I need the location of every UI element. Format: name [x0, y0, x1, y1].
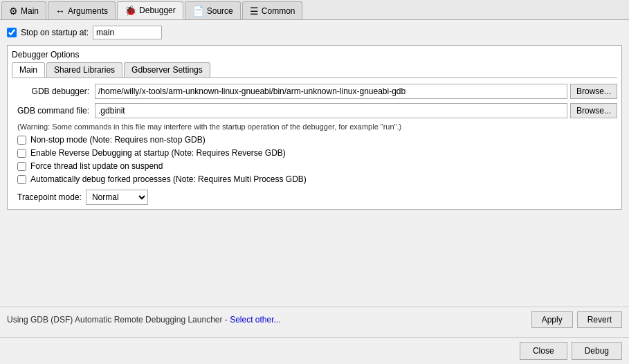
footer-bar: Close Debug — [0, 337, 629, 364]
bottom-bar: Using GDB (DSF) Automatic Remote Debuggi… — [0, 307, 629, 332]
stop-on-startup-input[interactable]: main — [93, 26, 162, 39]
auto-fork-checkbox[interactable] — [17, 175, 26, 184]
apply-button[interactable]: Apply — [531, 311, 573, 328]
stop-on-startup-row: Stop on startup at: main — [7, 26, 622, 39]
source-tab-icon: 📄 — [192, 6, 204, 17]
reverse-debug-checkbox[interactable] — [17, 149, 26, 158]
tab-arguments-label: Arguments — [68, 6, 108, 16]
auto-fork-row: Automatically debug forked processes (No… — [12, 174, 617, 184]
force-thread-row: Force thread list update on suspend — [12, 161, 617, 171]
main-content: Stop on startup at: main Debugger Option… — [0, 20, 629, 215]
main-tab-icon: ⚙ — [9, 6, 18, 17]
gdb-command-file-browse-button[interactable]: Browse... — [570, 103, 617, 118]
tracepoint-mode-label: Tracepoint mode: — [17, 192, 82, 202]
stop-on-startup-checkbox[interactable] — [7, 28, 17, 37]
nonstop-mode-label: Non-stop mode (Note: Requires non-stop G… — [30, 135, 206, 145]
gdb-command-file-label: GDB command file: — [12, 106, 95, 116]
nonstop-mode-row: Non-stop mode (Note: Requires non-stop G… — [12, 135, 617, 145]
debugger-options-group: Debugger Options Main Shared Libraries G… — [7, 45, 622, 210]
bottom-bar-description: Using GDB (DSF) Automatic Remote Debuggi… — [7, 315, 281, 325]
inner-tab-gdbserver-settings[interactable]: Gdbserver Settings — [124, 62, 210, 78]
debugger-tab-icon: 🐞 — [125, 5, 136, 16]
nonstop-mode-checkbox[interactable] — [17, 136, 26, 145]
inner-tab-main[interactable]: Main — [12, 62, 45, 78]
tab-main-label: Main — [21, 6, 39, 16]
tab-source[interactable]: 📄 Source — [185, 1, 241, 19]
tab-debugger-label: Debugger — [139, 6, 176, 15]
gdb-debugger-browse-button[interactable]: Browse... — [570, 84, 617, 99]
gdb-command-file-input[interactable]: .gdbinit — [95, 103, 567, 118]
force-thread-label: Force thread list update on suspend — [30, 161, 163, 171]
tab-main[interactable]: ⚙ Main — [1, 1, 46, 19]
reverse-debug-row: Enable Reverse Debugging at startup (Not… — [12, 148, 617, 158]
tab-common[interactable]: ☰ Common — [242, 1, 303, 19]
gdb-debugger-label: GDB debugger: — [12, 87, 95, 96]
inner-tab-main-label: Main — [19, 65, 37, 75]
close-button[interactable]: Close — [520, 342, 567, 360]
gdb-command-file-row: GDB command file: .gdbinit Browse... — [12, 103, 617, 118]
inner-tab-gdbserver-settings-label: Gdbserver Settings — [131, 65, 203, 75]
tab-debugger[interactable]: 🐞 Debugger — [117, 1, 183, 19]
select-other-link[interactable]: Select other... — [230, 315, 280, 325]
gdb-debugger-row: GDB debugger: /home/willy/x-tools/arm-un… — [12, 84, 617, 99]
tab-arguments[interactable]: ↔ Arguments — [48, 1, 116, 19]
tracepoint-mode-select[interactable]: Normal Fast Experimental — [86, 190, 148, 205]
top-tabs-bar: ⚙ Main ↔ Arguments 🐞 Debugger 📄 Source ☰… — [0, 0, 629, 20]
tracepoint-mode-row: Tracepoint mode: Normal Fast Experimenta… — [12, 190, 617, 205]
revert-button[interactable]: Revert — [577, 311, 622, 328]
force-thread-checkbox[interactable] — [17, 162, 26, 171]
debugger-options-label: Debugger Options — [12, 50, 617, 60]
inner-tab-shared-libraries-label: Shared Libraries — [54, 65, 115, 75]
launcher-description-text: Using GDB (DSF) Automatic Remote Debuggi… — [7, 315, 230, 325]
reverse-debug-label: Enable Reverse Debugging at startup (Not… — [30, 148, 286, 158]
tab-source-label: Source — [207, 6, 233, 16]
inner-tabs-bar: Main Shared Libraries Gdbserver Settings — [12, 62, 617, 78]
stop-on-startup-label: Stop on startup at: — [21, 28, 89, 37]
warning-text: (Warning: Some commands in this file may… — [12, 122, 617, 131]
gdb-debugger-input[interactable]: /home/willy/x-tools/arm-unknown-linux-gn… — [95, 84, 567, 99]
bottom-bar-actions: Apply Revert — [531, 311, 622, 328]
common-tab-icon: ☰ — [250, 6, 259, 17]
auto-fork-label: Automatically debug forked processes (No… — [30, 174, 307, 184]
inner-tab-shared-libraries[interactable]: Shared Libraries — [46, 62, 122, 78]
tab-common-label: Common — [262, 6, 295, 16]
debug-button[interactable]: Debug — [572, 342, 622, 360]
arguments-tab-icon: ↔ — [55, 6, 65, 17]
